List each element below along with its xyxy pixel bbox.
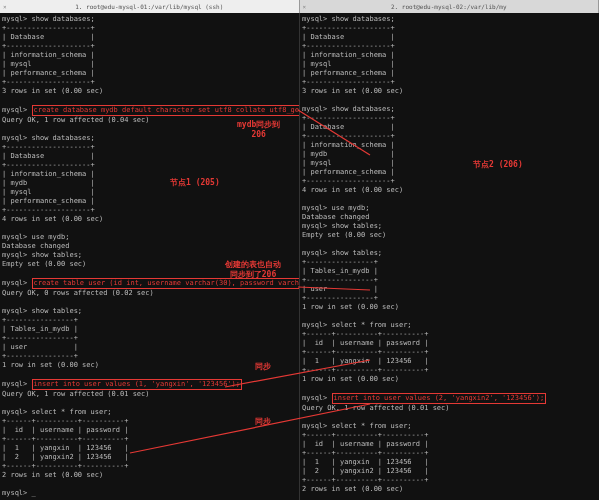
cmd-create-db: create database mydb default character s… xyxy=(32,105,300,116)
line: +--------------------+ xyxy=(2,143,95,151)
line: 1 row in set (0.00 sec) xyxy=(2,361,99,369)
annotation-sync1: 同步 xyxy=(255,362,271,372)
tab-label: 2. root@edu-mysql-02:/var/lib/my xyxy=(391,3,507,10)
line: +----------------+ xyxy=(2,334,78,342)
line: | Tables_in_mydb | xyxy=(302,267,378,275)
line: +------+----------+----------+ xyxy=(2,462,128,470)
line: +------+----------+----------+ xyxy=(302,366,428,374)
line: 4 rows in set (0.00 sec) xyxy=(2,215,103,223)
line: | id | username | password | xyxy=(2,426,128,434)
line: 1 row in set (0.00 sec) xyxy=(302,375,399,383)
line: +------+----------+----------+ xyxy=(2,417,128,425)
line: mysql> select * from user; xyxy=(2,408,112,416)
close-icon[interactable]: × xyxy=(3,0,7,13)
line: Empty set (0.00 sec) xyxy=(302,231,386,239)
line: +------+----------+----------+ xyxy=(302,330,428,338)
line: +------+----------+----------+ xyxy=(302,431,428,439)
line: 2 rows in set (0.00 sec) xyxy=(302,485,403,493)
line: +----------------+ xyxy=(2,316,78,324)
line: Database changed xyxy=(302,213,369,221)
line: mysql> select * from user; xyxy=(302,321,412,329)
annotation-sync2: 同步 xyxy=(255,417,271,427)
line: +------+----------+----------+ xyxy=(302,476,428,484)
tab-bar: ×1. root@edu-mysql-01:/var/lib/mysql (ss… xyxy=(0,0,599,13)
line: | information_schema | xyxy=(302,51,395,59)
line: +--------------------+ xyxy=(302,132,395,140)
line: 3 rows in set (0.00 sec) xyxy=(2,87,103,95)
line: +--------------------+ xyxy=(2,42,95,50)
annotation-node2: 节点2 (206) xyxy=(473,160,523,170)
line: | 1 | yangxin | 123456 | xyxy=(302,357,428,365)
line: | 2 | yangxin2 | 123456 | xyxy=(2,453,128,461)
annotation-table-sync: 创建的表也自动 同步到了206 xyxy=(225,260,281,280)
line: 4 rows in set (0.00 sec) xyxy=(302,186,403,194)
line: | mysql | xyxy=(302,159,395,167)
line: +--------------------+ xyxy=(302,24,395,32)
line: mysql> show databases; xyxy=(302,105,395,113)
line: | performance_schema | xyxy=(302,69,395,77)
line: +--------------------+ xyxy=(2,161,95,169)
tab-label: 1. root@edu-mysql-01:/var/lib/mysql (ssh… xyxy=(75,3,223,10)
line: +--------------------+ xyxy=(2,78,95,86)
line: | Database | xyxy=(2,152,95,160)
line: +----------------+ xyxy=(302,276,378,284)
line: mysql> insert into user values (2, 'yang… xyxy=(302,394,546,402)
annotation-mydb-sync: mydb同步到 206 xyxy=(237,120,280,140)
line: +------+----------+----------+ xyxy=(2,435,128,443)
line: Query OK, 1 row affected (0.04 sec) xyxy=(2,116,150,124)
line: 2 rows in set (0.00 sec) xyxy=(2,471,103,479)
line: mysql> _ xyxy=(2,489,36,497)
line: +--------------------+ xyxy=(302,42,395,50)
line: Empty set (0.00 sec) xyxy=(2,260,86,268)
line: mysql> insert into user values (1, 'yang… xyxy=(2,380,242,388)
line: | mysql | xyxy=(2,60,95,68)
line: | performance_schema | xyxy=(302,168,395,176)
line: mysql> create table user (id int, userna… xyxy=(2,279,300,287)
line: 1 row in set (0.00 sec) xyxy=(302,303,399,311)
close-icon[interactable]: × xyxy=(303,0,307,13)
line: | 1 | yangxin | 123456 | xyxy=(302,458,428,466)
annotation-node1: 节点1 (205) xyxy=(170,178,220,188)
line: mysql> show tables; xyxy=(302,249,382,257)
line: | Database | xyxy=(302,33,395,41)
line: +--------------------+ xyxy=(302,114,395,122)
line: mysql> create database mydb default char… xyxy=(2,106,300,114)
tab-terminal-1[interactable]: ×1. root@edu-mysql-01:/var/lib/mysql (ss… xyxy=(0,0,300,13)
line: Database changed xyxy=(2,242,69,250)
line: | information_schema | xyxy=(2,51,95,59)
line: mysql> show tables; xyxy=(2,251,82,259)
line: mysql> show databases; xyxy=(302,15,395,23)
line: +--------------------+ xyxy=(2,24,95,32)
line: +--------------------+ xyxy=(302,177,395,185)
line: +------+----------+----------+ xyxy=(302,449,428,457)
line: | user | xyxy=(2,343,78,351)
cmd-insert-1: insert into user values (1, 'yangxin', '… xyxy=(32,379,243,390)
line: Query OK, 1 row affected (0.01 sec) xyxy=(2,390,150,398)
line: | information_schema | xyxy=(302,141,395,149)
line: | performance_schema | xyxy=(2,69,95,77)
line: mysql> select * from user; xyxy=(302,422,412,430)
line: mysql> show tables; xyxy=(2,307,82,315)
line: | mydb | xyxy=(2,179,95,187)
line: +------+----------+----------+ xyxy=(302,348,428,356)
terminal-pane-right[interactable]: mysql> show databases; +----------------… xyxy=(300,13,599,500)
line: | performance_schema | xyxy=(2,197,95,205)
line: 3 rows in set (0.00 sec) xyxy=(302,87,403,95)
line: mysql> show databases; xyxy=(2,134,95,142)
line: | 1 | yangxin | 123456 | xyxy=(2,444,128,452)
line: | 2 | yangxin2 | 123456 | xyxy=(302,467,428,475)
line: | mysql | xyxy=(2,188,95,196)
line: mysql> show tables; xyxy=(302,222,382,230)
line: +----------------+ xyxy=(302,294,378,302)
line: +----------------+ xyxy=(2,352,78,360)
line: mysql> use mydb; xyxy=(302,204,369,212)
line: | Tables_in_mydb | xyxy=(2,325,78,333)
line: Query OK, 1 row affected (0.01 sec) xyxy=(302,404,450,412)
line: Query OK, 0 rows affected (0.02 sec) xyxy=(2,289,154,297)
line: | id | username | password | xyxy=(302,440,428,448)
line: | user | xyxy=(302,285,378,293)
line: +--------------------+ xyxy=(2,206,95,214)
line: | Database | xyxy=(2,33,95,41)
line: +--------------------+ xyxy=(302,78,395,86)
tab-terminal-2[interactable]: ×2. root@edu-mysql-02:/var/lib/my xyxy=(300,0,600,13)
